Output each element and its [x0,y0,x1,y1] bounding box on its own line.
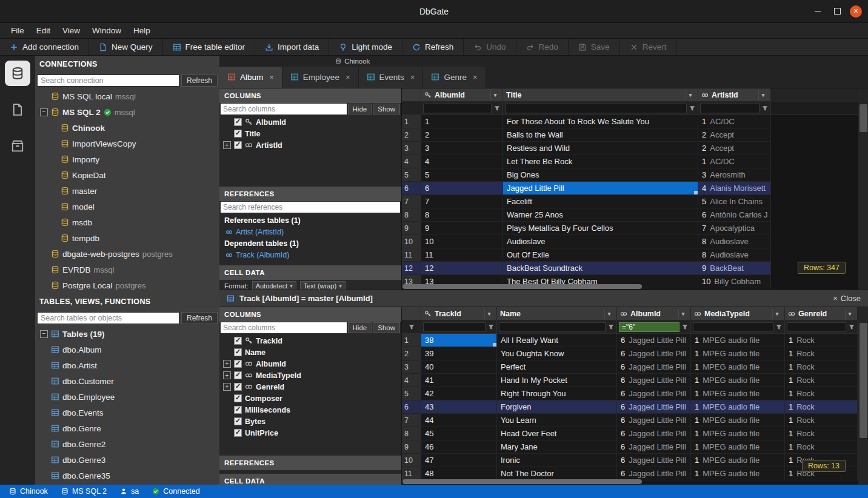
checkbox[interactable] [234,130,242,138]
column-toggle-item[interactable]: MediaTypeId [219,370,401,381]
corner-header-cell[interactable] [402,307,421,320]
columns-search-input[interactable] [221,104,347,115]
connection-item[interactable]: MS SQL local mssql [35,88,219,104]
table-item[interactable]: dbo.Genre [35,420,219,436]
connection-item[interactable]: EVRDB mssql [35,262,219,277]
column-toggle-item[interactable]: UnitPrice [219,427,401,439]
filter-input-trackid[interactable] [423,322,486,332]
column-menu-icon[interactable] [772,309,781,319]
table-item[interactable]: dbo.Employee [35,389,219,405]
cell-title[interactable]: Facelift [503,195,698,208]
column-toggle-item[interactable]: Title [219,128,401,139]
cell-trackid[interactable]: 48 [421,467,497,480]
cell-trackid[interactable]: 43 [421,400,497,414]
scrollbar-thumb[interactable] [402,479,642,484]
row-number[interactable]: 9 [402,222,421,235]
checkbox[interactable] [234,360,242,368]
cell-genreid[interactable]: 1Rock [785,360,858,374]
status-connection[interactable]: MS SQL 2 [55,485,113,498]
cell-artistid[interactable]: 2Accept [698,142,771,155]
filter-input-albumid[interactable] [619,322,679,332]
cell-mediatypeid[interactable]: 1MPEG audio file [691,440,785,454]
cell-genreid[interactable]: 1Rock [785,400,858,414]
column-menu-icon[interactable] [678,309,687,319]
cell-albumid[interactable]: 5 [421,168,503,182]
cell-genreid[interactable]: 1Rock [785,347,858,360]
column-header-albumid[interactable]: AlbumId [617,307,691,320]
cell-trackid[interactable]: 46 [421,440,497,454]
cell-artistid[interactable]: 3Aerosmith [698,168,771,182]
close-detail-button[interactable]: Close [833,294,861,303]
status-user[interactable]: sa [113,485,145,498]
column-toggle-item[interactable]: TrackId [219,335,401,347]
cell-name[interactable]: All I Really Want [497,334,617,347]
hide-columns-button[interactable]: Hide [348,322,372,333]
column-menu-icon[interactable] [758,90,767,100]
column-toggle-item[interactable]: AlbumId [219,116,401,128]
menu-item[interactable]: Help [127,26,156,35]
connection-item[interactable]: model [35,199,219,214]
cell-name[interactable]: You Oughta Know [497,347,617,360]
cell-title[interactable]: Balls to the Wall [503,128,698,142]
connection-item[interactable]: KopieDat [35,167,219,183]
cell-albumid[interactable]: 8 [421,208,503,222]
cell-albumid[interactable]: 3 [421,142,503,155]
cell-title[interactable]: Audioslave [503,235,698,248]
cell-albumid[interactable]: 4 [421,155,503,168]
connections-refresh-button[interactable]: Refresh [181,75,218,87]
cell-trackid[interactable]: 38 [421,334,497,347]
cell-artistid[interactable]: 6Antônio Carlos J [698,208,771,222]
column-header-albumid[interactable]: AlbumId [421,88,503,102]
expander-icon[interactable] [223,360,231,368]
column-toggle-item[interactable]: ArtistId [219,139,401,151]
cell-genreid[interactable]: 1Rock [785,374,858,387]
cell-title[interactable]: Big Ones [503,168,698,182]
filter-icon[interactable] [848,324,855,331]
cell-title[interactable]: Restless and Wild [503,142,698,155]
expander-icon[interactable] [40,108,48,116]
checkbox[interactable] [234,406,242,414]
table-item[interactable]: Tables (19) [35,326,219,342]
cell-albumid[interactable]: 7 [421,195,503,208]
filter-icon[interactable] [487,324,495,331]
cell-mediatypeid[interactable]: 1MPEG audio file [691,374,785,387]
cell-name[interactable]: Right Through You [497,387,617,400]
cell-artistid[interactable]: 2Accept [698,128,771,142]
checkbox[interactable] [234,337,242,345]
expander-icon[interactable] [40,330,48,338]
connection-item[interactable]: master [35,183,219,199]
row-number[interactable]: 4 [402,155,421,168]
menu-item[interactable]: Edit [30,26,56,35]
row-number[interactable]: 8 [402,208,421,222]
close-tab-icon[interactable] [473,73,478,82]
columns-search-input[interactable] [221,322,347,333]
filter-icon[interactable] [408,324,415,331]
menu-item[interactable]: File [5,26,30,35]
table-item[interactable]: dbo.Events [35,405,219,420]
cell-mediatypeid[interactable]: 1MPEG audio file [691,360,785,374]
cell-title[interactable]: Let There Be Rock [503,155,698,168]
connections-search-input[interactable] [37,75,179,87]
close-tab-icon[interactable] [346,73,350,82]
reference-link-track[interactable]: Track (AlbumId) [219,249,401,261]
column-menu-icon[interactable] [845,309,854,319]
cell-albumid[interactable]: 6 [421,182,503,195]
cell-genreid[interactable]: 1Rock [785,440,858,454]
cell-trackid[interactable]: 40 [421,360,497,374]
row-number[interactable]: 8 [402,427,421,440]
cell-trackid[interactable]: 47 [421,454,497,467]
column-header-trackid[interactable]: TrackId [421,307,497,320]
cell-artistid[interactable]: 9BackBeat [698,262,771,275]
cell-genreid[interactable]: 1Rock [785,334,858,347]
scrollbar-thumb[interactable] [860,323,867,438]
checkbox[interactable] [234,348,242,356]
cell-mediatypeid[interactable]: 1MPEG audio file [691,414,785,427]
format-select[interactable]: Autodetect [252,281,296,290]
row-number[interactable]: 9 [402,440,421,454]
cell-title[interactable]: Plays Metallica By Four Cellos [503,222,698,235]
filter-input-mediatypeid[interactable] [693,322,773,332]
connection-item[interactable]: Chinook [35,120,219,136]
refresh-button[interactable]: Refresh [402,39,464,55]
cell-albumid[interactable]: 6Jagged Little Pill [617,374,691,387]
scrollbar-thumb[interactable] [402,284,642,289]
